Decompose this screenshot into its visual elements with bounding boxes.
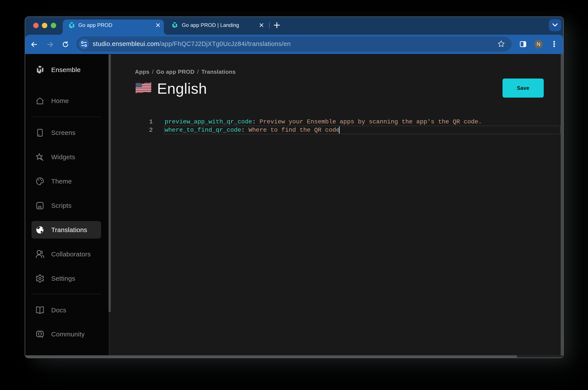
svg-text:JS: JS	[38, 205, 42, 209]
